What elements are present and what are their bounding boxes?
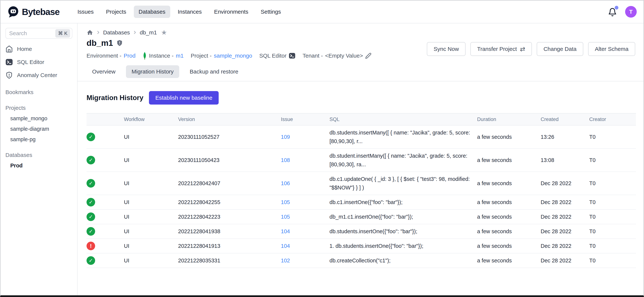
bytebase-app-window: Bytebase Issues Projects Databases Insta… — [0, 0, 644, 297]
meta-instance: Instance - m1 — [142, 52, 184, 60]
created-cell: Dec 28 2022 — [541, 195, 589, 209]
table-row[interactable]: UI 20221228035331 102 db.createCollectio… — [86, 253, 636, 268]
workflow-cell: UI — [124, 172, 178, 195]
issue-link[interactable]: 108 — [281, 157, 290, 163]
workflow-cell: UI — [124, 224, 178, 239]
table-row[interactable]: UI 20221228042255 105 db.c1.insertOne({"… — [86, 195, 636, 209]
nav-item-databases[interactable]: Databases — [134, 6, 170, 18]
page-actions: Sync Now Transfer Project ⇄ Change Data … — [427, 42, 635, 56]
meta-environment: Environment - Prod — [86, 53, 136, 59]
notification-bell-icon[interactable] — [608, 7, 617, 17]
left-sidebar: ⌘ K Home — [0, 23, 78, 295]
instance-link[interactable]: m1 — [176, 53, 184, 59]
table-header-row: Workflow Version Issue SQL Duration Crea… — [86, 113, 636, 125]
table-row[interactable]: UI 20230111050423 108 db.student.insertM… — [86, 149, 636, 172]
workflow-cell: UI — [124, 253, 178, 268]
bytebase-logo[interactable]: Bytebase — [7, 6, 60, 18]
version-cell: 20230111050423 — [178, 149, 281, 172]
created-cell: Dec 28 2022 — [541, 253, 589, 268]
issue-link[interactable]: 104 — [281, 243, 290, 249]
duration-cell: a few seconds — [477, 172, 541, 195]
edit-pencil-icon[interactable] — [365, 53, 372, 59]
migration-history-panel: Migration History Establish new baseline… — [78, 81, 644, 295]
duration-cell: a few seconds — [477, 125, 541, 149]
sidebar-project-sample-pg[interactable]: sample-pg — [0, 134, 77, 145]
column-version: Version — [178, 113, 281, 125]
status-icon — [86, 242, 95, 250]
environment-link[interactable]: Prod — [124, 53, 136, 59]
version-cell: 20221228041938 — [178, 224, 281, 239]
workflow-cell: UI — [124, 239, 178, 253]
breadcrumb-home-icon[interactable] — [86, 29, 93, 36]
project-link[interactable]: sample_mongo — [214, 53, 252, 59]
table-row[interactable]: UI 20221228041938 104 db.students.insert… — [86, 224, 636, 239]
issue-link[interactable]: 109 — [281, 134, 290, 140]
creator-cell: T0 — [589, 149, 636, 172]
sql-cell: db.student.insertMany([ { name: "Jacika"… — [330, 149, 477, 172]
sidebar-section-projects: Projects — [0, 103, 77, 113]
version-cell: 20221228042223 — [178, 209, 281, 224]
creator-cell: T0 — [589, 209, 636, 224]
column-status — [86, 113, 124, 125]
issue-link[interactable]: 105 — [281, 199, 290, 205]
transfer-project-button[interactable]: Transfer Project ⇄ — [470, 42, 532, 56]
user-avatar[interactable]: T — [625, 6, 637, 18]
tab-migration-history[interactable]: Migration History — [126, 65, 179, 78]
terminal-icon — [6, 58, 13, 66]
meta-project: Project - sample_mongo — [191, 53, 252, 59]
search-box: ⌘ K — [6, 28, 72, 39]
created-cell: Dec 28 2022 — [541, 224, 589, 239]
tab-overview[interactable]: Overview — [86, 65, 121, 78]
sql-cell: db.c1.insertOne({"foo": "bar"}); — [330, 195, 477, 209]
meta-sql-editor[interactable]: SQL Editor — [259, 52, 296, 59]
establish-baseline-button[interactable]: Establish new baseline — [149, 91, 219, 105]
table-row[interactable]: UI 20221228042223 105 db_m1.c1.insertOne… — [86, 209, 636, 224]
created-cell: Dec 28 2022 — [541, 239, 589, 253]
tab-backup-and-restore[interactable]: Backup and restore — [184, 65, 244, 78]
brand-name: Bytebase — [22, 7, 60, 17]
workflow-cell: UI — [124, 125, 178, 149]
sidebar-project-sample-mongo[interactable]: sample_mongo — [0, 113, 77, 124]
database-meta-row: Environment - Prod Insta — [86, 52, 372, 60]
version-cell: 20221228042255 — [178, 195, 281, 209]
status-icon — [86, 156, 95, 164]
column-created: Created — [541, 113, 589, 125]
sidebar-project-sample-diagram[interactable]: sample-diagram — [0, 124, 77, 134]
sidebar-item-sql-editor[interactable]: SQL Editor — [0, 56, 77, 69]
sidebar-database-prod[interactable]: Prod — [0, 160, 77, 171]
nav-item-instances[interactable]: Instances — [173, 6, 206, 18]
nav-item-issues[interactable]: Issues — [72, 6, 98, 18]
shield-status-icon — [116, 40, 123, 47]
issue-link[interactable]: 104 — [281, 228, 290, 234]
sql-cell: db.c1.updateOne( { _id: 3 }, [ { $set: {… — [330, 172, 477, 195]
issue-link[interactable]: 105 — [281, 214, 290, 220]
nav-item-projects[interactable]: Projects — [101, 6, 131, 18]
breadcrumb: › Databases › db_m1 ★ — [86, 28, 635, 37]
nav-item-settings[interactable]: Settings — [256, 6, 286, 18]
status-icon — [86, 227, 95, 236]
duration-cell: a few seconds — [477, 253, 541, 268]
table-row[interactable]: UI 20221228042407 106 db.c1.updateOne( {… — [86, 172, 636, 195]
change-data-button[interactable]: Change Data — [537, 42, 583, 56]
sidebar-item-anomaly-center[interactable]: Anomaly Center — [0, 69, 77, 82]
home-icon — [6, 45, 13, 53]
alter-schema-button[interactable]: Alter Schema — [588, 42, 635, 56]
table-row[interactable]: UI 20230111052527 109 db.students.insert… — [86, 125, 636, 149]
column-sql: SQL — [330, 113, 477, 125]
sql-cell: db.students.insertMany([ { name: "Jacika… — [330, 125, 477, 149]
creator-cell: T0 — [589, 195, 636, 209]
issue-link[interactable]: 102 — [281, 257, 290, 263]
sidebar-item-home[interactable]: Home — [0, 43, 77, 56]
search-input[interactable] — [9, 30, 54, 37]
created-cell: Dec 28 2022 — [541, 209, 589, 224]
status-icon — [86, 198, 95, 206]
column-duration: Duration — [477, 113, 541, 125]
sql-cell: db.students.insertOne({"foo": "bar"}); — [330, 224, 477, 239]
nav-item-environments[interactable]: Environments — [209, 6, 253, 18]
sync-now-button[interactable]: Sync Now — [427, 42, 466, 56]
breadcrumb-databases[interactable]: Databases — [103, 29, 130, 36]
issue-link[interactable]: 106 — [281, 180, 290, 186]
bookmark-star-icon[interactable]: ★ — [161, 29, 167, 37]
breadcrumb-current: db_m1 — [140, 29, 157, 36]
table-row[interactable]: UI 20221228041913 104 1. db.students.ins… — [86, 239, 636, 253]
